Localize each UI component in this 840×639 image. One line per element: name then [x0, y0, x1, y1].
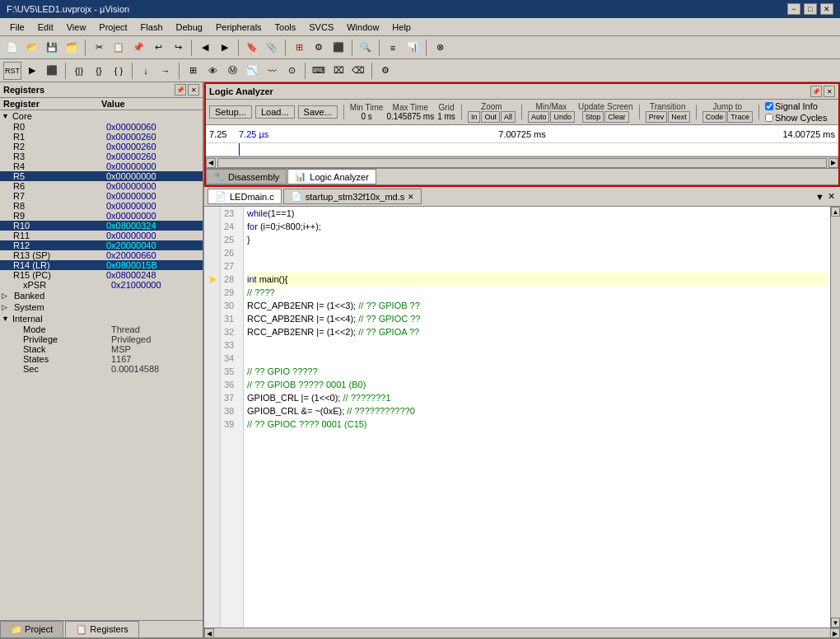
la-auto-btn[interactable]: Auto: [528, 111, 550, 123]
serial-btn[interactable]: ⌨: [310, 62, 328, 80]
la-clear-btn[interactable]: Clear: [604, 111, 629, 123]
la-save-btn[interactable]: Save...: [298, 105, 338, 119]
la-zoom-out-btn[interactable]: Out: [481, 111, 500, 123]
serial2-btn[interactable]: ⌧: [329, 62, 348, 80]
la-zoom-in-btn[interactable]: In: [468, 111, 481, 123]
stop-build-btn[interactable]: ⬛: [329, 39, 348, 57]
tab-project[interactable]: 📁 Project: [0, 621, 63, 637]
la-zoom-all-btn[interactable]: All: [501, 111, 516, 123]
save-all-btn[interactable]: 🗂️: [63, 39, 81, 57]
reg-row-r13[interactable]: R13 (SP)0x20000660: [0, 250, 203, 260]
reg-row-r6[interactable]: R60x00000000: [0, 181, 203, 191]
reg-row-r10[interactable]: R100x08000324: [0, 221, 203, 231]
hscroll-track[interactable]: [214, 628, 830, 637]
new-file-btn[interactable]: 📄: [3, 39, 21, 57]
tab-logic-analyzer[interactable]: 📊 Logic Analyzer: [287, 169, 376, 184]
vscroll-up[interactable]: ▲: [831, 207, 840, 217]
bookmark2-btn[interactable]: 📎: [263, 39, 281, 57]
mem-btn[interactable]: Ⓜ: [223, 62, 241, 80]
la-next-btn[interactable]: Next: [668, 111, 690, 123]
menu-svcs[interactable]: SVCS: [302, 21, 340, 34]
nav-back-btn[interactable]: ◀: [196, 39, 214, 57]
reg-row-r15[interactable]: R15 (PC)0x08000248: [0, 270, 203, 280]
menu-view[interactable]: View: [60, 21, 93, 34]
misc2-btn[interactable]: 📊: [404, 39, 422, 57]
code-hscroll[interactable]: ◀ ▶: [204, 627, 840, 637]
close-button[interactable]: ✕: [820, 3, 833, 15]
menu-help[interactable]: Help: [385, 21, 418, 34]
nav-fwd-btn[interactable]: ▶: [216, 39, 234, 57]
open-btn[interactable]: 📂: [23, 39, 41, 57]
internal-section-header[interactable]: ▼ Internal: [0, 313, 203, 324]
la-code-btn[interactable]: Code: [702, 111, 727, 123]
debug-btn[interactable]: 🔍: [357, 39, 375, 57]
la-scroll-right[interactable]: ▶: [828, 158, 838, 168]
minimize-button[interactable]: −: [787, 3, 800, 15]
stop-run-btn[interactable]: ⬛: [43, 62, 61, 80]
reg-row-r8[interactable]: R80x00000000: [0, 201, 203, 211]
la-undo-btn[interactable]: Undo: [550, 111, 575, 123]
menu-flash[interactable]: Flash: [134, 21, 170, 34]
doc-tabs-menu[interactable]: ▼: [814, 190, 826, 203]
serial3-btn[interactable]: ⌫: [349, 62, 367, 80]
core-section-header[interactable]: ▼ Core: [0, 110, 203, 122]
doc-close-btn[interactable]: ✕: [826, 189, 837, 203]
doc-tab-startup[interactable]: 📄 startup_stm32f10x_md.s ✕: [283, 189, 422, 204]
reg-row-r11[interactable]: R110x00000000: [0, 231, 203, 240]
la-stop-btn[interactable]: Stop: [582, 111, 604, 123]
la-scroll-thumb[interactable]: [217, 158, 827, 168]
maximize-button[interactable]: □: [804, 3, 817, 15]
cmd-win-btn[interactable]: ⊞: [184, 62, 202, 80]
la-trace-btn[interactable]: Trace: [727, 111, 753, 123]
la-show-cycles-checkbox[interactable]: [765, 114, 773, 122]
step-over-btn[interactable]: {}: [90, 62, 108, 80]
undo-btn[interactable]: ↩: [149, 39, 167, 57]
menu-debug[interactable]: Debug: [170, 21, 209, 34]
menu-project[interactable]: Project: [92, 21, 133, 34]
la-hscroll[interactable]: ◀ ▶: [206, 156, 838, 168]
tab-disassembly[interactable]: 🔧 Disassembly: [206, 169, 287, 184]
reg-row-r12[interactable]: R120x20000040: [0, 240, 203, 250]
reg-row-r3[interactable]: R30x00000260: [0, 152, 203, 161]
redo-btn[interactable]: ↪: [169, 39, 187, 57]
code-content[interactable]: while(1==1) for (i=0;i<800;i++); } int m…: [244, 207, 830, 627]
build2-btn[interactable]: ⚙: [310, 39, 328, 57]
rst-btn[interactable]: RST: [3, 62, 21, 80]
coverage-btn[interactable]: ⊙: [282, 62, 301, 80]
reg-row-xpsr[interactable]: xPSR0x21000000: [0, 280, 203, 290]
hscroll-right[interactable]: ▶: [830, 628, 840, 637]
cut-btn[interactable]: ✂: [90, 39, 108, 57]
system-section-header[interactable]: ▷ System: [0, 301, 203, 313]
save-btn[interactable]: 💾: [43, 39, 61, 57]
misc-btn[interactable]: ≡: [384, 39, 402, 57]
la-scroll-left[interactable]: ◀: [206, 158, 216, 168]
trace-btn[interactable]: 〰: [263, 62, 281, 80]
run-btn[interactable]: ▶: [23, 62, 41, 80]
banked-section-header[interactable]: ▷ Banked: [0, 290, 203, 301]
bookmark-btn[interactable]: 🔖: [243, 39, 261, 57]
hscroll-left[interactable]: ◀: [204, 628, 214, 637]
la-signal-info-check[interactable]: Signal Info: [765, 101, 828, 111]
run-cursor-btn[interactable]: ↓: [137, 62, 155, 80]
copy-btn[interactable]: 📋: [110, 39, 128, 57]
la-setup-btn[interactable]: Setup...: [209, 105, 252, 119]
set-cursor-btn[interactable]: →: [156, 62, 175, 80]
reg-row-r14[interactable]: R14 (LR)0x0800015B: [0, 260, 203, 270]
reg-row-r0[interactable]: R00x00000060: [0, 122, 203, 132]
doc-tab-ledmain[interactable]: 📄 LEDmain.c: [208, 189, 282, 204]
menu-window[interactable]: Window: [340, 21, 385, 34]
paste-btn[interactable]: 📌: [129, 39, 147, 57]
reg-row-r5[interactable]: R50x00000000: [0, 171, 203, 181]
la-load-btn[interactable]: Load...: [255, 105, 295, 119]
menu-edit[interactable]: Edit: [31, 21, 60, 34]
build-btn[interactable]: ⊞: [290, 39, 308, 57]
tab-registers[interactable]: 📋 Registers: [65, 621, 139, 637]
la-close-btn[interactable]: ✕: [824, 86, 835, 97]
la-prev-btn[interactable]: Prev: [646, 111, 668, 123]
step-into-btn[interactable]: {|}: [70, 62, 88, 80]
watch-btn[interactable]: 👁: [203, 62, 222, 80]
registers-close-btn[interactable]: ✕: [188, 84, 199, 96]
perf-btn[interactable]: 📉: [243, 62, 261, 80]
step-out-btn[interactable]: { }: [110, 62, 128, 80]
la-signal-info-checkbox[interactable]: [765, 102, 773, 110]
